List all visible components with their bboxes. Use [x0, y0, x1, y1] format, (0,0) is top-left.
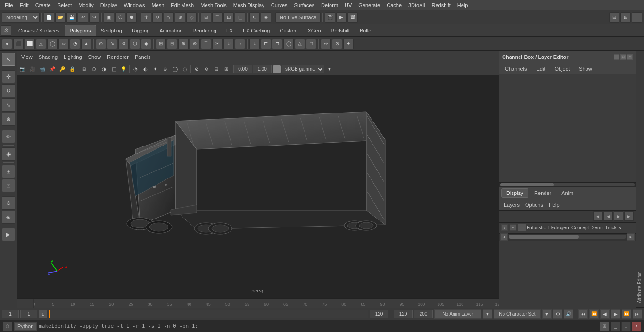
vp-wire-btn[interactable]: ⬡ — [89, 65, 99, 74]
bookmark-btn[interactable]: ◈ — [2, 211, 15, 224]
menu-edit[interactable]: Edit — [17, 1, 32, 9]
panel-float-btn[interactable]: □ — [620, 54, 626, 60]
bridge-btn[interactable]: ⊟ — [167, 39, 177, 49]
menu-generate[interactable]: Generate — [355, 1, 383, 9]
menu-modify[interactable]: Modify — [75, 1, 96, 9]
layer-new-btn[interactable]: ◄ — [593, 211, 603, 221]
vp-lock-btn[interactable]: 🔒 — [67, 65, 77, 74]
menu-create[interactable]: Create — [33, 1, 54, 9]
viewport-canvas[interactable]: x y z persp — [17, 75, 499, 298]
vp-all-lights-btn[interactable]: 💡 — [119, 65, 128, 74]
cleanup-btn[interactable]: ✦ — [343, 39, 354, 49]
plane-btn[interactable]: ▱ — [58, 39, 69, 49]
layer-nav-btn[interactable]: ◄ — [603, 211, 613, 221]
channel-scrollbar-track[interactable] — [500, 183, 635, 186]
menu-surfaces[interactable]: Surfaces — [291, 1, 317, 9]
viewport-menu-view[interactable]: View — [19, 52, 35, 62]
no-anim-layer-btn[interactable]: No Anim Layer — [434, 309, 481, 319]
select-btn[interactable]: ▣ — [104, 12, 114, 23]
layer-p-btn[interactable]: P — [510, 224, 516, 231]
layers-scroll-right[interactable]: ► — [627, 233, 635, 241]
vp-mo-blur-btn[interactable]: ◌ — [180, 65, 190, 74]
win-close-btn[interactable]: × — [632, 322, 641, 331]
render-btn[interactable]: 🎬 — [325, 12, 335, 23]
menu-help[interactable]: Help — [454, 1, 471, 9]
snap-point-btn[interactable]: ⊡ — [223, 12, 234, 23]
layout-btn2[interactable]: ⊞ — [620, 12, 631, 23]
script-editor-icon[interactable]: ⬡ — [3, 322, 12, 331]
rotate-btn[interactable]: ↻ — [152, 12, 163, 23]
lasso-btn[interactable]: ⬡ — [115, 12, 125, 23]
vp-cam3-btn[interactable]: 📹 — [38, 65, 47, 74]
snap-grid-btn[interactable]: ⊞ — [201, 12, 211, 23]
settings-tl-btn[interactable]: ⚙ — [553, 309, 562, 319]
pyramid-btn[interactable]: ▲ — [81, 39, 91, 49]
menu-select[interactable]: Select — [55, 1, 75, 9]
layers-menu-layers[interactable]: Layers — [502, 202, 521, 208]
object-menu[interactable]: Object — [551, 65, 573, 73]
menu-display[interactable]: Display — [98, 1, 120, 9]
tab-settings-btn[interactable]: ⚙ — [1, 25, 11, 36]
menu-mesh-tools[interactable]: Mesh Tools — [198, 1, 229, 9]
vp-shadow-btn[interactable]: ◔ — [131, 65, 140, 74]
open-file-btn[interactable]: 📂 — [55, 12, 66, 23]
vp-cam2-btn[interactable]: 🎥 — [28, 65, 37, 74]
helix-btn[interactable]: ∿ — [107, 39, 117, 49]
python-label[interactable]: Python — [14, 322, 37, 331]
vp-key-btn[interactable]: 🔑 — [58, 65, 67, 74]
triangulate-btn[interactable]: △ — [295, 39, 305, 49]
menu-mesh-display[interactable]: Mesh Display — [231, 1, 267, 9]
vp-color-btn[interactable] — [273, 65, 281, 73]
tab-fx-caching[interactable]: FX Caching — [238, 25, 274, 36]
vp-ao-btn[interactable]: ◐ — [140, 65, 150, 74]
play-fwd-btn[interactable]: ▶ — [611, 309, 620, 319]
soft-select-tool-btn[interactable]: ◉ — [2, 147, 15, 161]
step-back-btn[interactable]: ⏪ — [589, 309, 599, 319]
vp-bloom-btn[interactable]: ✦ — [150, 65, 160, 74]
menu-curves[interactable]: Curves — [268, 1, 290, 9]
proj-curve-btn[interactable]: ⌒ — [201, 39, 211, 49]
fill-hole-btn[interactable]: ⊗ — [190, 39, 200, 49]
vp-shaded-btn[interactable]: ◑ — [99, 65, 108, 74]
display-tab-anim[interactable]: Anim — [557, 189, 578, 197]
menu-edit-mesh[interactable]: Edit Mesh — [168, 1, 197, 9]
select-tool-btn[interactable]: ↖ — [2, 53, 15, 66]
menu-cache[interactable]: Cache — [384, 1, 405, 9]
viewport-menu-panels[interactable]: Panels — [132, 52, 153, 62]
vp-dof-btn[interactable]: ⊕ — [160, 65, 170, 74]
universal-tool-btn[interactable]: ⊕ — [2, 113, 15, 126]
separate-btn[interactable]: ⊏ — [261, 39, 271, 49]
timeline-ruler[interactable]: 0510152025303540455055606570758085909510… — [17, 298, 499, 308]
vp-grid-btn[interactable]: ⊞ — [79, 65, 89, 74]
layers-menu-help[interactable]: Help — [547, 202, 561, 208]
menu-deform[interactable]: Deform — [318, 1, 341, 9]
tab-rigging[interactable]: Rigging — [127, 25, 154, 36]
pb-end-input[interactable] — [394, 310, 413, 318]
tab-xgen[interactable]: XGen — [303, 25, 325, 36]
anim-layer-arrow[interactable]: ▼ — [483, 309, 492, 319]
platonic-btn[interactable]: ◆ — [141, 39, 151, 49]
layer-visibility-btn[interactable]: V — [501, 224, 508, 231]
vp-cam-btn[interactable]: 📷 — [18, 65, 27, 74]
channel-scrollbar[interactable] — [499, 182, 636, 187]
show-menu[interactable]: Show — [575, 65, 596, 73]
layer-nav3-btn[interactable]: ► — [624, 211, 634, 221]
move-btn[interactable]: ✛ — [141, 12, 151, 23]
edit-menu[interactable]: Edit — [532, 65, 549, 73]
scale-btn[interactable]: ⤡ — [164, 12, 174, 23]
tab-rendering[interactable]: Rendering — [188, 25, 221, 36]
bool-diff-btn[interactable]: ∩ — [235, 39, 245, 49]
append-btn[interactable]: ⊕ — [178, 39, 189, 49]
vp-gamma-select[interactable]: sRGB gamma — [282, 65, 324, 73]
cube-btn[interactable]: ⬛ — [13, 39, 24, 49]
tab-curves-surfaces[interactable]: Curves / Surfaces — [14, 25, 64, 36]
viewport-menu-show[interactable]: Show — [86, 52, 104, 62]
layers-scroll-left[interactable]: ◄ — [500, 233, 508, 241]
layout-btn1[interactable]: ⊟ — [609, 12, 619, 23]
current-frame-input[interactable]: 1 — [2, 310, 19, 318]
skip-end-btn[interactable]: ⏭ — [633, 309, 642, 319]
layout-btn3[interactable]: ⋮ — [632, 12, 642, 23]
render-settings-btn[interactable]: ◈ — [261, 12, 271, 23]
tab-fx[interactable]: FX — [222, 25, 238, 36]
extrude-btn[interactable]: ⊞ — [156, 39, 166, 49]
